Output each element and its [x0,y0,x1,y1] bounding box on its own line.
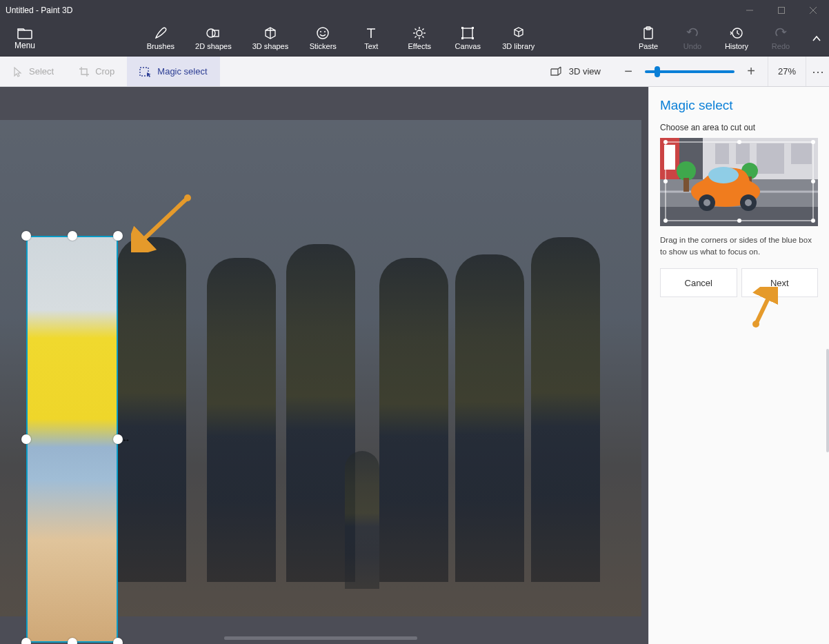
svg-rect-41 [683,178,689,192]
svg-point-55 [811,179,815,183]
svg-point-7 [317,28,328,39]
close-button[interactable] [797,0,829,21]
svg-point-47 [703,199,710,206]
selection-handle-e[interactable] [113,434,123,444]
redo-icon [774,26,788,40]
svg-point-49 [745,199,752,206]
shapes-3d-icon [263,26,277,40]
svg-point-29 [184,194,191,201]
svg-point-40 [677,161,696,181]
shapes-2d-icon [206,26,220,40]
zoom-in-button[interactable]: + [741,62,761,81]
subbar-crop: Crop [66,57,127,86]
sidebar-hint: Choose an area to cut out [660,123,818,132]
svg-rect-37 [791,143,812,164]
tool-history[interactable]: History [720,21,753,56]
canvas-icon [461,26,475,40]
brush-icon [154,26,168,40]
ribbon: Menu Brushes 2D shapes 3D shapes Sticker… [0,21,829,57]
selection-content [26,236,118,643]
svg-point-51 [663,140,668,144]
svg-rect-36 [757,143,784,174]
annotation-arrow-1 [131,194,193,252]
minimize-button[interactable] [734,0,766,21]
svg-point-60 [752,321,759,328]
svg-line-16 [423,36,424,37]
tool-redo: Redo [764,21,797,56]
more-options-button[interactable]: ⋯ [806,57,829,86]
svg-line-17 [423,29,424,30]
sidebar-description: Drag in the corners or sides of the blue… [660,234,818,257]
tool-canvas[interactable]: Canvas [451,21,484,56]
annotation-arrow-2 [750,287,778,328]
resize-cursor-icon: ↔ [122,435,130,445]
tool-brushes[interactable]: Brushes [144,21,177,56]
tool-effects[interactable]: Effects [403,21,436,56]
svg-rect-22 [461,37,463,39]
selection-box[interactable]: ↔ [26,236,118,643]
titlebar: Untitled - Paint 3D [0,0,829,21]
tool-2d-shapes[interactable]: 2D shapes [192,21,234,56]
maximize-button[interactable] [766,0,797,21]
cancel-button[interactable]: Cancel [660,268,737,297]
magic-select-icon [139,66,152,77]
sticker-icon [316,26,330,40]
subbar-magic-select[interactable]: Magic select [127,57,219,86]
svg-point-8 [320,31,321,32]
expand-ribbon-button[interactable] [804,21,829,56]
zoom-slider[interactable] [645,70,735,73]
chevron-up-icon [812,34,821,43]
svg-point-10 [417,30,422,36]
svg-line-15 [415,29,417,30]
horizontal-scrollbar[interactable] [224,636,417,640]
tool-3d-library[interactable]: 3D library [499,21,537,56]
svg-rect-19 [463,28,472,38]
svg-point-58 [811,219,815,223]
selection-handle-se[interactable] [113,638,123,644]
library-3d-icon [512,26,526,40]
tool-text[interactable]: Text [354,21,388,56]
svg-rect-21 [472,27,474,29]
selection-handle-n[interactable] [68,231,77,241]
tool-3d-shapes[interactable]: 3D shapes [250,21,292,56]
zoom-out-button[interactable]: − [619,62,638,81]
selection-handle-w[interactable] [21,434,31,444]
sidebar-title: Magic select [660,98,818,113]
3d-view-toggle[interactable]: 3D view [539,57,612,86]
subbar: Select Crop Magic select 3D view − + 27%… [0,57,829,87]
svg-line-18 [415,36,417,37]
paste-icon [641,26,655,40]
selection-handle-ne[interactable] [113,231,123,241]
sidebar-illustration [660,138,818,226]
crop-icon [79,66,90,77]
tool-stickers[interactable]: Stickers [306,21,339,56]
svg-line-28 [139,198,188,243]
svg-point-53 [811,140,815,144]
svg-rect-35 [736,143,750,164]
window-title: Untitled - Paint 3D [6,6,734,15]
tool-paste[interactable]: Paste [632,21,665,56]
selection-handle-nw[interactable] [21,231,31,241]
svg-rect-23 [472,37,474,39]
svg-point-45 [708,167,739,183]
selection-handle-sw[interactable] [21,638,31,644]
zoom-controls: − + [612,57,768,86]
subbar-select: Select [0,57,66,86]
svg-point-56 [663,219,668,223]
canvas-area[interactable]: ↔ [0,87,648,644]
svg-rect-20 [461,27,463,29]
effects-icon [412,26,426,40]
menu-button[interactable]: Menu [0,21,50,56]
selection-handle-s[interactable] [68,638,77,644]
svg-point-54 [663,179,668,183]
folder-icon [17,28,32,39]
zoom-percentage[interactable]: 27% [768,57,806,86]
svg-point-52 [737,140,741,144]
text-icon [364,26,378,40]
svg-rect-1 [779,8,785,14]
svg-point-57 [737,219,741,223]
pointer-icon [12,66,23,77]
tool-undo: Undo [676,21,709,56]
svg-line-59 [756,292,771,324]
sidebar-scrollbar[interactable] [826,349,829,452]
